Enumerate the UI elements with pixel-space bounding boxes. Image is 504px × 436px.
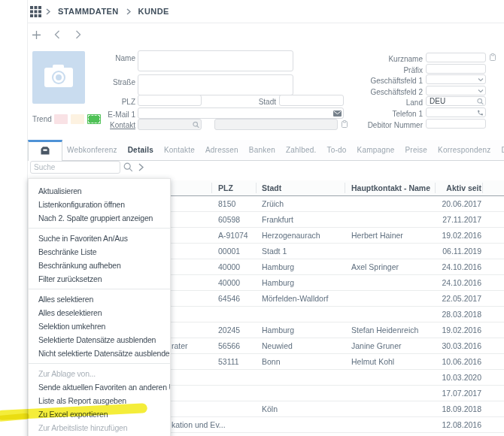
breadcrumb-chevron-icon [126, 8, 131, 15]
column-divider [482, 183, 483, 193]
cell-aktiv_seit: 19.02.2016 [442, 231, 481, 240]
geschaeftsfeld1-value[interactable] [426, 74, 486, 84]
menu-item-beschränkung-aufheben[interactable]: Beschränkung aufheben [29, 259, 170, 272]
telefon1-label: Telefon 1 [316, 110, 423, 118]
cell-name_fragment: kation und Ev... [172, 420, 226, 429]
cell-stadt: Hamburg [262, 262, 294, 271]
cell-aktiv_seit: 18.09.2018 [442, 404, 481, 413]
menu-item-nicht-selektierte-datensätze-ausblenden[interactable]: Nicht selektierte Datensätze ausblenden [29, 347, 170, 360]
clipboard-icon[interactable] [490, 53, 496, 61]
breadcrumb-kunde[interactable]: KUNDE [138, 7, 169, 16]
menu-item-nach-2-spalte-gruppiert-anzeigen[interactable]: Nach 2. Spalte gruppiert anzeigen [29, 211, 170, 225]
menu-item-suche-in-favoriten-an-aus[interactable]: Suche in Favoriten An/Aus [29, 232, 170, 245]
tab-korrespondenz[interactable]: Korrespondenz [438, 146, 490, 154]
menu-item-alles-deselektieren[interactable]: Alles deselektieren [29, 306, 170, 319]
tab-banken[interactable]: Banken [249, 146, 275, 154]
menu-item-aktualisieren[interactable]: Aktualisieren [29, 184, 170, 198]
tab-to-do[interactable]: To-do [327, 146, 347, 154]
cell-hauptkontakt: Janine Gruner [351, 341, 402, 350]
tab-kampagne[interactable]: Kampagne [357, 146, 395, 154]
menu-item-selektierte-datensätze-ausblenden[interactable]: Selektierte Datensätze ausblenden [29, 333, 170, 347]
cell-aktiv_seit: 24.10.2016 [442, 278, 481, 287]
menu-item-zu-excel-exportieren[interactable]: Zu Excel exportieren [29, 407, 170, 421]
cell-plz: 64546 [218, 294, 240, 303]
strasse-label: Straße [75, 78, 135, 86]
geschaeftsfeld1-select[interactable] [426, 74, 486, 84]
cell-plz: 20245 [218, 325, 240, 335]
plz-field[interactable] [138, 95, 202, 106]
cell-plz: 53111 [218, 357, 239, 366]
tab-details[interactable]: Details [128, 146, 153, 154]
tab-webkonferenz[interactable]: Webkonferenz [67, 146, 117, 154]
cell-hauptkontakt: Stefan Heidenreich [351, 325, 418, 335]
cell-stadt: Frankfurt [262, 215, 293, 224]
name-field[interactable] [138, 50, 293, 71]
cell-plz: 40000 [218, 278, 240, 287]
geschaeftsfeld2-label: Geschäftsfeld 2 [316, 88, 423, 96]
kurzname-label: Kurzname [316, 55, 423, 63]
menu-item-selektion-umkehren[interactable]: Selektion umkehren [29, 319, 170, 333]
breadcrumb-stammdaten[interactable]: STAMMDATEN [58, 7, 119, 16]
kontakt-search-field[interactable] [138, 119, 202, 130]
drawer-icon [39, 145, 51, 159]
tab-list: WebkonferenzDetailsKontakteAdressenBanke… [67, 140, 504, 160]
tab-datenrecht[interactable]: Datenrecht [501, 146, 504, 154]
kontakt-label[interactable]: Kontakt [75, 121, 135, 129]
tab-kontakte[interactable]: Kontakte [164, 146, 195, 154]
tab-bar: WebkonferenzDetailsKontakteAdressenBanke… [28, 140, 504, 161]
cell-aktiv_seit: 17.07.2017 [442, 389, 481, 398]
menu-item-listenkonfiguration-öffnen[interactable]: Listenkonfiguration öffnen [29, 198, 170, 211]
menu-divider [29, 228, 170, 229]
column-divider [256, 183, 257, 193]
cell-hauptkontakt: Axel Springer [351, 262, 399, 271]
menu-item-filter-zurücksetzen[interactable]: Filter zurücksetzen [29, 272, 170, 286]
menu-item-liste-als-report-ausgeben[interactable]: Liste als Report ausgeben [29, 394, 170, 407]
record-toolbar [28, 25, 84, 44]
tab-list-view-active[interactable] [28, 140, 62, 161]
debitor-field[interactable] [426, 119, 486, 129]
menu-item-zur-ablage-von: Zur Ablage von... [29, 367, 170, 380]
next-record-button[interactable] [72, 29, 84, 41]
search-icon[interactable] [123, 162, 134, 173]
menu-item-sende-aktuellen-favoriten-an-anderen-user[interactable]: Sende aktuellen Favoriten an anderen Use… [29, 380, 170, 394]
column-header-stadt[interactable]: Stadt [262, 183, 281, 192]
land-field-wrap [426, 96, 486, 106]
column-divider [211, 183, 212, 193]
app-grid-icon[interactable] [30, 6, 41, 17]
email-field[interactable] [138, 107, 344, 119]
menu-item-beschränke-liste[interactable]: Beschränke Liste [29, 245, 170, 259]
debitor-label: Debitor Nummer [316, 121, 423, 129]
praefix-field[interactable] [426, 64, 486, 74]
telefon1-field-wrap [426, 107, 486, 117]
tab-adressen[interactable]: Adressen [205, 146, 238, 154]
tab-zahlbed[interactable]: Zahlbed. [286, 146, 317, 154]
column-divider [345, 183, 345, 193]
cell-stadt: Mörfelden-Walldorf [262, 294, 328, 303]
kurzname-field[interactable] [426, 53, 486, 62]
cell-stadt: Stadt 1 [262, 247, 287, 256]
name-label: Name [75, 54, 135, 62]
column-header-plz[interactable]: PLZ [218, 183, 233, 192]
telefon1-field[interactable] [426, 107, 486, 117]
cell-stadt: Zrüich [262, 199, 284, 208]
previous-record-button[interactable] [51, 29, 63, 41]
cell-plz: 60598 [218, 215, 240, 224]
search-next-icon[interactable] [138, 163, 146, 172]
menu-item-alles-selektieren[interactable]: Alles selektieren [29, 292, 170, 306]
geschaeftsfeld1-label: Geschäftsfeld 1 [316, 77, 423, 85]
cell-aktiv_seit: 24.10.2016 [442, 262, 481, 271]
land-field[interactable] [426, 96, 486, 106]
column-header-aktiv-seit[interactable]: Aktiv seit [446, 183, 481, 192]
tab-preise[interactable]: Preise [405, 146, 428, 154]
email-label: E-Mail 1 [75, 111, 135, 119]
strasse-field[interactable] [138, 74, 293, 95]
geschaeftsfeld2-select[interactable] [426, 86, 486, 95]
column-header-hauptkontakt[interactable]: Hauptkontakt - Name [351, 183, 430, 192]
geschaeftsfeld2-value[interactable] [426, 86, 486, 95]
search-input[interactable] [30, 161, 120, 174]
cell-stadt: Hamburg [262, 325, 294, 335]
land-label: Land [316, 98, 423, 107]
add-record-button[interactable] [30, 29, 42, 41]
trend-swatch-low[interactable] [54, 114, 68, 124]
cell-stadt: Hamburg [262, 278, 294, 287]
